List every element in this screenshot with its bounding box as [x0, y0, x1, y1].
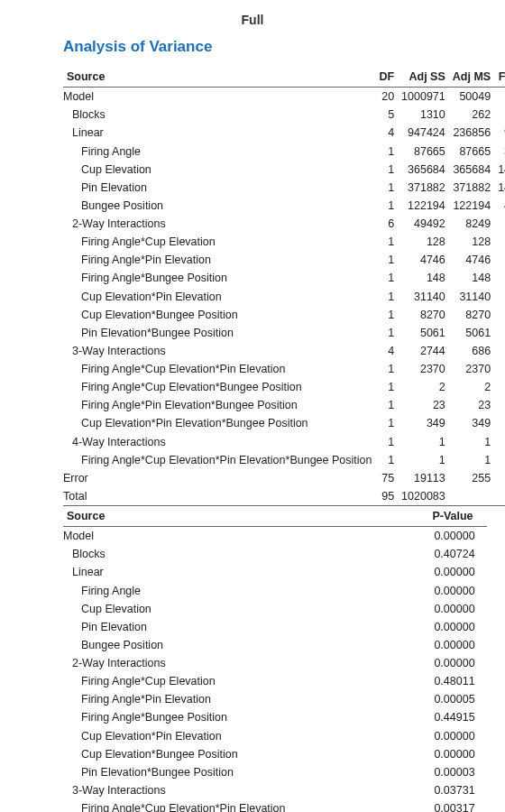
table-row: Firing Angle*Cup Elevation11281280.50	[63, 233, 505, 251]
cell-source: Firing Angle*Cup Elevation	[63, 233, 375, 251]
cell-adjss: 1310	[398, 106, 449, 124]
cell-source: Model	[63, 88, 375, 106]
cell-adjms: 371882	[449, 179, 494, 197]
cell-source: Firing Angle*Cup Elevation*Pin Elevation	[63, 360, 375, 378]
cell-fvalue	[494, 469, 505, 487]
cell-source: Cup Elevation	[63, 600, 428, 618]
cell-df: 1	[375, 360, 398, 378]
cell-source: 2-Way Interactions	[63, 654, 428, 672]
cell-pvalue: 0.40724	[428, 545, 487, 563]
table-row: Pin Elevation*Bungee Position0.00003	[63, 763, 487, 781]
table-row: 2-Way Interactions0.00000	[63, 654, 487, 672]
cell-source: Cup Elevation	[63, 161, 375, 179]
cell-adjms: 236856	[449, 124, 494, 142]
cell-source: Blocks	[63, 106, 375, 124]
cell-source: Firing Angle*Pin Elevation*Bungee Positi…	[63, 396, 375, 414]
cell-pvalue: 0.00000	[428, 582, 487, 600]
cell-adjss: 1	[398, 433, 449, 451]
cell-pvalue: 0.48011	[428, 672, 487, 690]
col-fvalue: F-Value	[494, 67, 505, 88]
table-row: Firing Angle*Cup Elevation0.48011	[63, 672, 487, 690]
cell-fvalue: 122.20	[494, 288, 505, 306]
cell-adjms: 50049	[449, 88, 494, 106]
cell-source: Cup Elevation*Pin Elevation	[63, 727, 428, 745]
cell-adjss: 4746	[398, 251, 449, 269]
table-row: Firing Angle*Bungee Position11481480.58	[63, 269, 505, 287]
cell-adjms: 4746	[449, 251, 494, 269]
cell-fvalue: 2.69	[494, 342, 505, 360]
cell-source: Bungee Position	[63, 636, 428, 654]
cell-fvalue	[494, 487, 505, 506]
cell-fvalue: 18.62	[494, 251, 505, 269]
cell-fvalue: 479.50	[494, 197, 505, 215]
col-adjss: Adj SS	[398, 67, 449, 88]
table-row: Cup Elevation*Bungee Position18270827032…	[63, 306, 505, 324]
cell-source: Model	[63, 527, 428, 546]
cell-adjms: 8249	[449, 215, 494, 233]
table-row: Pin Elevation13718823718821459.28	[63, 179, 505, 197]
cell-df: 1	[375, 143, 398, 161]
cell-df: 4	[375, 124, 398, 142]
cell-fvalue: 1459.28	[494, 179, 505, 197]
cell-adjms: 255	[449, 469, 494, 487]
cell-adjms: 87665	[449, 143, 494, 161]
cell-adjms: 122194	[449, 197, 494, 215]
cell-adjms: 1	[449, 433, 494, 451]
page-title: Full	[18, 13, 487, 27]
cell-source: Firing Angle*Cup Elevation*Pin Elevation…	[63, 451, 375, 469]
cell-adjss: 8270	[398, 306, 449, 324]
cell-adjms: 2	[449, 378, 494, 396]
table-row: Blocks513102621.03	[63, 106, 505, 124]
cell-fvalue: 0.58	[494, 269, 505, 287]
cell-fvalue: 344.00	[494, 143, 505, 161]
cell-adjss: 23	[398, 396, 449, 414]
table-row: Firing Angle*Bungee Position0.44915	[63, 708, 487, 726]
cell-source: 3-Way Interactions	[63, 342, 375, 360]
cell-source: Firing Angle*Cup Elevation*Bungee Positi…	[63, 378, 375, 396]
cell-source: Linear	[63, 124, 375, 142]
cell-fvalue: 1434.96	[494, 161, 505, 179]
cell-adjms: 2370	[449, 360, 494, 378]
cell-fvalue: 32.45	[494, 306, 505, 324]
table-row: Bungee Position0.00000	[63, 636, 487, 654]
cell-source: Firing Angle*Pin Elevation	[63, 690, 428, 708]
cell-pvalue: 0.03731	[428, 781, 487, 799]
cell-adjss: 1000971	[398, 88, 449, 106]
cell-pvalue: 0.00000	[428, 527, 487, 546]
cell-source: Firing Angle*Bungee Position	[63, 708, 428, 726]
cell-source: Pin Elevation*Bungee Position	[63, 324, 375, 342]
table-row: Model20100097150049196.39	[63, 88, 505, 106]
anova-table-2: SourceP-ValueModel0.00000Blocks0.40724Li…	[63, 506, 487, 812]
cell-df: 1	[375, 451, 398, 469]
table-row: 3-Way Interactions0.03731	[63, 781, 487, 799]
table-row: Firing Angle*Cup Elevation*Pin Elevation…	[63, 360, 505, 378]
cell-pvalue: 0.00317	[428, 799, 487, 812]
cell-source: 3-Way Interactions	[63, 781, 428, 799]
col-source: Source	[63, 67, 375, 88]
cell-df: 6	[375, 215, 398, 233]
cell-df: 1	[375, 288, 398, 306]
table-row: Total951020083	[63, 487, 505, 506]
cell-source: Firing Angle*Bungee Position	[63, 269, 375, 287]
cell-adjss: 128	[398, 233, 449, 251]
col-source: Source	[63, 506, 428, 527]
cell-fvalue: 0.00	[494, 451, 505, 469]
cell-adjss: 2370	[398, 360, 449, 378]
cell-source: Cup Elevation*Pin Elevation	[63, 288, 375, 306]
cell-df: 1	[375, 179, 398, 197]
cell-pvalue: 0.00005	[428, 690, 487, 708]
cell-fvalue: 1.37	[494, 414, 505, 432]
table-row: Blocks0.40724	[63, 545, 487, 563]
cell-df: 1	[375, 306, 398, 324]
table-row: 3-Way Interactions427446862.69	[63, 342, 505, 360]
cell-adjss: 947424	[398, 124, 449, 142]
cell-fvalue: 9.30	[494, 360, 505, 378]
table-row: Cup Elevation*Bungee Position0.00000	[63, 745, 487, 763]
cell-df: 1	[375, 233, 398, 251]
col-adjms: Adj MS	[449, 67, 494, 88]
cell-df: 1	[375, 251, 398, 269]
cell-fvalue: 19.86	[494, 324, 505, 342]
cell-pvalue: 0.00000	[428, 636, 487, 654]
cell-df: 20	[375, 88, 398, 106]
cell-df: 1	[375, 433, 398, 451]
